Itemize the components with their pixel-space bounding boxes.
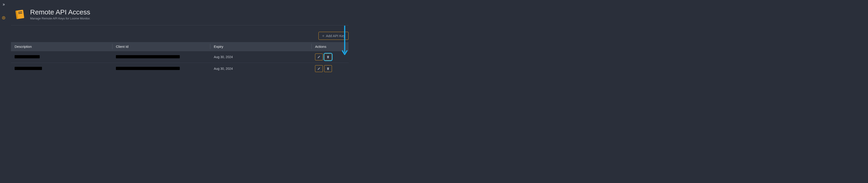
edit-button[interactable]: [315, 54, 323, 60]
edit-button[interactable]: [315, 65, 323, 72]
redacted-client-id: [116, 55, 180, 58]
page-header: Remote API Access Manage Remote API Keys…: [11, 8, 348, 25]
book-icon: [14, 8, 26, 21]
plus-circle-icon: [2, 16, 5, 20]
col-actions[interactable]: Actions: [311, 42, 348, 51]
add-button[interactable]: [1, 15, 6, 21]
col-description[interactable]: Description: [11, 42, 112, 51]
table-row: Aug 30, 2024: [11, 63, 348, 75]
chevron-double-right-icon: [2, 3, 5, 6]
left-rail: [0, 0, 7, 183]
col-client-id[interactable]: Client Id: [112, 42, 210, 51]
main-content: Remote API Access Manage Remote API Keys…: [11, 8, 348, 74]
trash-icon: [327, 67, 330, 70]
page-title: Remote API Access: [30, 8, 90, 16]
expand-sidebar-button[interactable]: [1, 2, 6, 7]
page-subtitle: Manage Remote API Keys for Loome Monitor…: [30, 17, 90, 20]
toolbar: Add API Key: [11, 32, 348, 40]
delete-button[interactable]: [324, 54, 332, 60]
table-row: Aug 30, 2024: [11, 51, 348, 63]
plus-icon: [322, 34, 324, 37]
add-api-key-button[interactable]: Add API Key: [318, 32, 348, 40]
expiry-cell: Aug 30, 2024: [210, 51, 311, 63]
redacted-client-id: [116, 67, 180, 70]
expiry-cell: Aug 30, 2024: [210, 63, 311, 75]
api-keys-table: Description Client Id Expiry Actions Aug…: [11, 42, 348, 74]
delete-button[interactable]: [324, 65, 332, 72]
redacted-description: [14, 67, 42, 70]
pencil-icon: [317, 55, 320, 58]
col-expiry[interactable]: Expiry: [210, 42, 311, 51]
trash-icon: [327, 55, 330, 58]
redacted-description: [14, 55, 40, 58]
add-api-key-label: Add API Key: [326, 34, 345, 38]
pencil-icon: [317, 67, 320, 70]
